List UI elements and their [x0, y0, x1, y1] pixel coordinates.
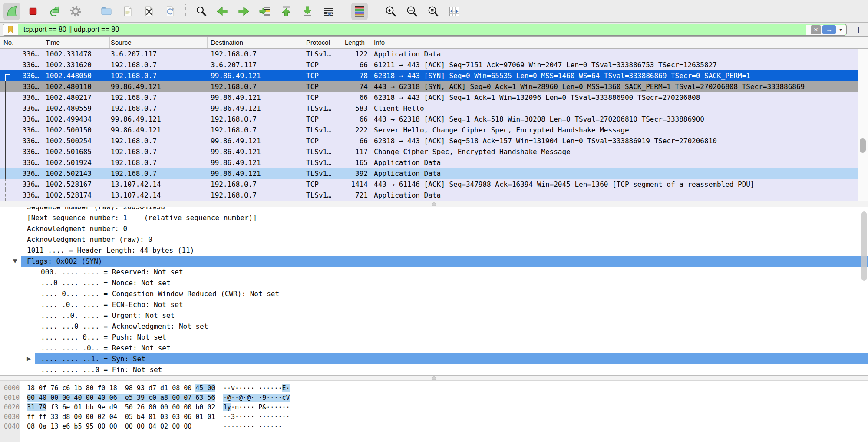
packet-row[interactable]: 336…1002.52817413.107.42.14192.168.0.7TL…	[0, 190, 868, 201]
column-header-info[interactable]: Info	[370, 37, 868, 48]
toolbar-separator	[185, 4, 186, 18]
cell-proto: TLSv1…	[305, 168, 342, 179]
packet-row[interactable]: 336…1002.52816713.107.42.14192.168.0.7TC…	[0, 179, 868, 190]
detail-line[interactable]: .... ..0. .... = Urgent: Not set	[0, 310, 868, 321]
cell-dst: 99.86.49.121	[208, 168, 305, 179]
scrollbar-thumb[interactable]	[860, 138, 866, 153]
reload-file-button[interactable]	[162, 3, 178, 20]
collapse-toggle-icon[interactable]: ▼	[13, 256, 17, 267]
filter-bookmark-button[interactable]	[3, 24, 18, 35]
detail-text: 000. .... .... = Reserved: Not set	[41, 267, 183, 277]
go-to-top-button[interactable]	[278, 3, 294, 20]
cell-src: 99.86.49.121	[110, 114, 208, 125]
filter-add-button[interactable]: +	[852, 24, 865, 35]
column-header-destination[interactable]: Destination	[208, 37, 305, 48]
column-header-source[interactable]: Source	[110, 37, 208, 48]
restart-capture-button[interactable]	[46, 3, 63, 20]
save-file-button[interactable]	[119, 3, 136, 20]
detail-line[interactable]: .... .... .0.. = Reset: Not set	[0, 343, 868, 353]
column-header-protocol[interactable]: Protocol	[305, 37, 342, 48]
packet-row[interactable]: 336…1002.501924192.168.0.799.86.49.121TL…	[0, 157, 868, 168]
hex-row[interactable]: 004008 0a 13 e6 b5 95 00 00 00 00 04 02 …	[0, 422, 868, 431]
cell-dst: 3.6.207.117	[208, 59, 305, 70]
cell-len: 66	[342, 59, 370, 70]
display-filter-input[interactable]: tcp.port == 80 || udp.port == 80 ✕ → ▾	[3, 24, 847, 36]
packet-row[interactable]: 336…1002.502143192.168.0.799.86.49.121TL…	[0, 168, 868, 179]
details-scrollbar-thumb[interactable]	[861, 211, 867, 281]
colorize-packets-button[interactable]	[351, 3, 368, 20]
detail-line[interactable]: Sequence number (raw): 2005041958	[0, 207, 868, 212]
filter-clear-button[interactable]: ✕	[811, 25, 821, 34]
packet-list-scrollbar[interactable]	[858, 49, 868, 201]
go-forward-button[interactable]	[235, 3, 252, 20]
auto-scroll-button[interactable]	[320, 3, 337, 20]
expand-toggle-icon[interactable]: ▶	[27, 353, 31, 364]
detail-line[interactable]: ...0 .... .... = Nonce: Not set	[0, 277, 868, 288]
hex-row[interactable]: 001000 40 00 00 40 00 40 06 e5 39 c0 a8 …	[0, 393, 868, 402]
zoom-in-button[interactable]	[382, 3, 399, 20]
detail-text: ...0 .... .... = Nonce: Not set	[41, 277, 171, 288]
cell-src: 192.168.0.7	[110, 146, 208, 157]
filter-apply-button[interactable]: →	[822, 25, 836, 34]
column-header-length[interactable]: Length	[342, 37, 370, 48]
cell-proto: TLSv1…	[305, 125, 342, 135]
stop-capture-button[interactable]	[25, 3, 41, 20]
find-packet-button[interactable]	[193, 3, 209, 20]
go-to-bottom-button[interactable]	[299, 3, 316, 20]
packet-row[interactable]: 336…1002.331620192.168.0.73.6.207.117TCP…	[0, 59, 868, 70]
detail-line[interactable]: .... .... 0... = Push: Not set	[0, 332, 868, 343]
packet-row[interactable]: 336…1002.50015099.86.49.121192.168.0.7TL…	[0, 125, 868, 135]
detail-line[interactable]: [Next sequence number: 1 (relative seque…	[0, 212, 868, 223]
detail-line[interactable]: .... .... ...0 = Fin: Not set	[0, 364, 868, 375]
close-file-button[interactable]	[141, 3, 157, 20]
packet-row[interactable]: 336…1002.49943499.86.49.121192.168.0.7TC…	[0, 114, 868, 125]
hex-row[interactable]: 0030ff ff 33 d8 00 00 02 04 05 b4 01 03 …	[0, 412, 868, 422]
cell-dst: 192.168.0.7	[208, 114, 305, 125]
detail-line[interactable]: .... 0... .... = Congestion Window Reduc…	[0, 288, 868, 299]
ascii-bytes: ········ ······	[223, 422, 282, 431]
cell-src: 13.107.42.14	[110, 190, 208, 201]
capture-options-button[interactable]	[67, 3, 84, 20]
detail-line[interactable]: ▼Flags: 0x002 (SYN)	[0, 256, 868, 267]
packet-row[interactable]: 336…1002.448050192.168.0.799.86.49.121TC…	[0, 70, 868, 81]
cell-time: 1002.331620	[43, 59, 110, 70]
zoom-in-icon	[384, 5, 397, 18]
packet-row[interactable]: 336…1002.480217192.168.0.799.86.49.121TC…	[0, 92, 868, 103]
zoom-reset-button[interactable]	[425, 3, 441, 20]
packet-row[interactable]: 336…1002.480559192.168.0.799.86.49.121TL…	[0, 103, 868, 114]
colorize-icon	[353, 5, 366, 18]
column-header-time[interactable]: Time	[43, 37, 110, 48]
open-file-button[interactable]	[98, 3, 115, 20]
packet-row[interactable]: 336…1002.500254192.168.0.799.86.49.121TC…	[0, 135, 868, 146]
hex-row[interactable]: 002031 79 f3 6e 01 bb 9e d9 50 26 00 00 …	[0, 402, 868, 412]
resize-columns-button[interactable]	[446, 3, 462, 20]
cell-dst: 192.168.0.7	[208, 179, 305, 190]
detail-line[interactable]: 1011 .... = Header Length: 44 bytes (11)	[0, 245, 868, 256]
hex-row[interactable]: 000018 0f 76 c6 1b 80 f0 18 98 93 d7 d1 …	[0, 383, 868, 393]
detail-text: .... .... ...0 = Fin: Not set	[41, 364, 162, 375]
selected-field-highlight	[21, 256, 868, 267]
packet-row[interactable]: 336…1002.501685192.168.0.799.86.49.121TL…	[0, 146, 868, 157]
detail-line[interactable]: .... ...0 .... = Acknowledgment: Not set	[0, 321, 868, 332]
detail-line[interactable]: ▶.... .... ..1. = Syn: Set	[0, 353, 868, 364]
packet-row[interactable]: 336…1002.3314783.6.207.117192.168.0.7TLS…	[0, 49, 868, 59]
packet-row[interactable]: 336…1002.48011099.86.49.121192.168.0.7TC…	[0, 81, 868, 92]
pane-splitter-bottom[interactable]	[0, 375, 868, 381]
shark-fin-icon	[5, 5, 18, 18]
go-to-packet-button[interactable]	[257, 3, 273, 20]
zoom-out-button[interactable]	[403, 3, 420, 20]
start-capture-button[interactable]	[3, 3, 20, 20]
detail-line[interactable]: Acknowledgment number (raw): 0	[0, 234, 868, 245]
detail-text: .... .0.. .... = ECN-Echo: Not set	[41, 299, 183, 310]
detail-line[interactable]: Acknowledgment number: 0	[0, 223, 868, 234]
pane-splitter-top[interactable]	[0, 201, 868, 207]
detail-line[interactable]: .... .0.. .... = ECN-Echo: Not set	[0, 299, 868, 310]
packet-list-header: No. Time Source Destination Protocol Len…	[0, 37, 868, 49]
filter-dropdown-caret-icon[interactable]: ▾	[837, 27, 844, 33]
column-header-no[interactable]: No.	[0, 37, 43, 48]
detail-line[interactable]: 000. .... .... = Reserved: Not set	[0, 267, 868, 277]
go-back-button[interactable]	[214, 3, 231, 20]
cell-info: 62318 → 443 [ACK] Seq=1 Ack=1 Win=132096…	[370, 92, 868, 103]
hex-bytes: ff ff 33 d8 00 00 02 04 05 b4 01 03 03 0…	[27, 412, 215, 422]
cell-info: Application Data	[370, 157, 868, 168]
